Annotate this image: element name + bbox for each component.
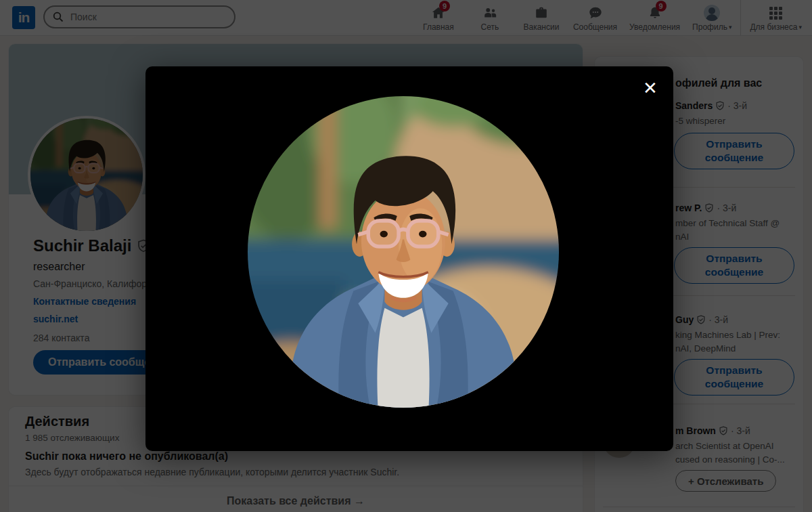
profile-photo-modal: ✕ [145, 66, 673, 451]
close-icon[interactable]: ✕ [638, 76, 662, 100]
profile-photo-large [248, 96, 559, 408]
linkedin-profile-page: in 9 Главная Сеть [0, 0, 812, 512]
